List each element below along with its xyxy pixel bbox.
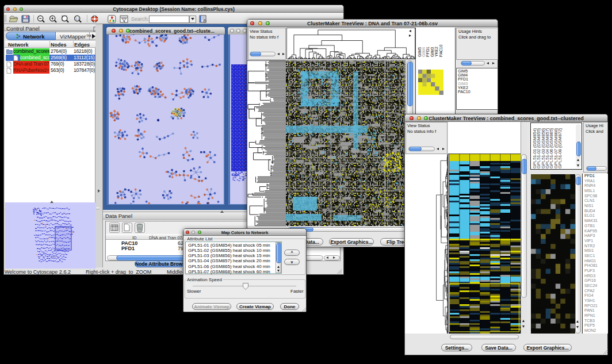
- svg-text:GIM3: GIM3: [430, 47, 434, 57]
- svg-text:GPL51-08 (GSM872): GPL51-08 (GSM872): [557, 128, 563, 168]
- svg-text:YKE2: YKE2: [434, 47, 438, 57]
- svg-text:1:1: 1:1: [75, 17, 79, 20]
- svg-text:GIM5: GIM5: [418, 47, 422, 57]
- svg-text:PAC10: PAC10: [439, 44, 443, 57]
- svg-text:PFD1: PFD1: [426, 47, 430, 57]
- svg-text:B: B: [204, 20, 206, 22]
- svg-text:GIM4: GIM4: [422, 47, 426, 57]
